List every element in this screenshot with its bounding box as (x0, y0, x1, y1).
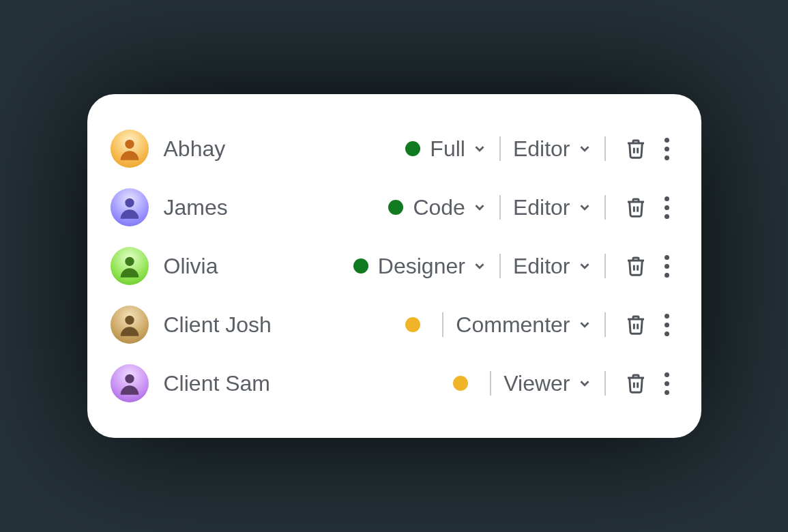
members-card: Abhay Full Editor (87, 94, 701, 438)
chevron-down-icon (577, 317, 592, 332)
svg-point-4 (125, 374, 134, 383)
avatar (111, 306, 149, 344)
member-name: Client Sam (164, 371, 271, 396)
member-row: Client Sam Viewer (111, 360, 678, 407)
avatar (111, 247, 149, 285)
chevron-down-icon (577, 376, 592, 391)
svg-point-2 (125, 257, 134, 266)
permission-select[interactable]: Editor (513, 195, 592, 220)
member-row: Olivia Designer Editor (111, 243, 678, 289)
member-name: Client Josh (164, 312, 272, 338)
delete-button[interactable] (621, 192, 651, 222)
delete-button[interactable] (621, 368, 651, 398)
divider (604, 254, 606, 278)
permission-label: Commenter (456, 312, 570, 338)
divider (604, 312, 606, 337)
permission-label: Editor (513, 254, 570, 279)
svg-point-3 (125, 316, 134, 325)
permission-label: Editor (513, 195, 570, 220)
more-menu-button[interactable] (656, 251, 678, 281)
permission-label: Viewer (504, 371, 570, 396)
more-menu-button[interactable] (656, 192, 678, 222)
role-select[interactable]: Full (430, 136, 487, 162)
delete-button[interactable] (621, 134, 651, 164)
permission-select[interactable]: Viewer (504, 371, 592, 396)
divider (499, 195, 501, 220)
role-label: Full (430, 136, 465, 162)
divider (604, 371, 606, 396)
role-select[interactable]: Code (413, 195, 487, 220)
member-row: Client Josh Commenter (111, 301, 678, 348)
delete-button[interactable] (621, 310, 651, 340)
member-name: Olivia (164, 254, 218, 279)
avatar (111, 364, 149, 402)
chevron-down-icon (577, 200, 592, 215)
member-name: James (164, 195, 228, 220)
status-dot (388, 200, 403, 215)
svg-point-1 (125, 198, 134, 207)
more-menu-button[interactable] (656, 134, 678, 164)
member-name: Abhay (164, 136, 226, 162)
divider (604, 136, 606, 161)
divider (604, 195, 606, 220)
avatar (111, 188, 149, 226)
chevron-down-icon (472, 141, 487, 156)
svg-point-0 (125, 140, 134, 149)
permission-select[interactable]: Editor (513, 254, 592, 279)
permission-label: Editor (513, 136, 570, 162)
member-row: Abhay Full Editor (111, 125, 678, 172)
status-dot (405, 141, 420, 156)
chevron-down-icon (577, 258, 592, 274)
status-dot (453, 376, 468, 391)
member-row: James Code Editor (111, 184, 678, 231)
divider (490, 371, 491, 396)
avatar (111, 130, 149, 168)
role-label: Designer (378, 254, 465, 279)
permission-select[interactable]: Commenter (456, 312, 592, 338)
delete-button[interactable] (621, 251, 651, 281)
chevron-down-icon (472, 200, 487, 215)
divider (499, 254, 501, 278)
status-dot (353, 258, 368, 274)
role-label: Code (413, 195, 465, 220)
permission-select[interactable]: Editor (513, 136, 592, 162)
more-menu-button[interactable] (656, 368, 678, 398)
divider (442, 312, 443, 337)
status-dot (405, 317, 420, 332)
chevron-down-icon (577, 141, 592, 156)
role-select[interactable]: Designer (378, 254, 487, 279)
more-menu-button[interactable] (656, 310, 678, 340)
divider (499, 136, 501, 161)
chevron-down-icon (472, 258, 487, 274)
